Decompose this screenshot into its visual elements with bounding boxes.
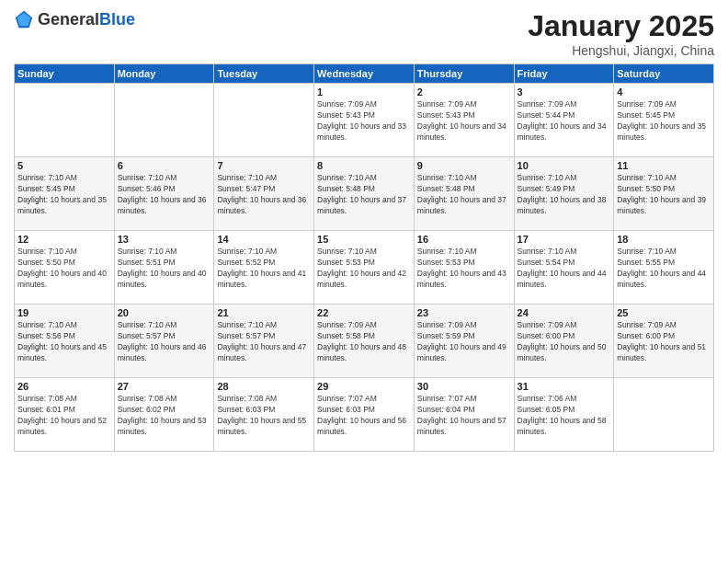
day-number: 23 <box>417 307 511 318</box>
day-info: Sunrise: 7:10 AM Sunset: 5:52 PM Dayligh… <box>217 247 311 291</box>
weekday-header: Friday <box>514 64 614 84</box>
day-number: 4 <box>617 86 711 98</box>
calendar-cell: 18Sunrise: 7:10 AM Sunset: 5:55 PM Dayli… <box>614 231 714 304</box>
page: GeneralBlue January 2025 Hengshui, Jiang… <box>0 0 728 563</box>
day-info: Sunrise: 7:10 AM Sunset: 5:56 PM Dayligh… <box>17 320 111 364</box>
calendar-week-row: 19Sunrise: 7:10 AM Sunset: 5:56 PM Dayli… <box>15 304 714 378</box>
day-number: 3 <box>518 86 611 98</box>
calendar-cell: 6Sunrise: 7:10 AM Sunset: 5:46 PM Daylig… <box>114 157 214 231</box>
day-info: Sunrise: 7:10 AM Sunset: 5:57 PM Dayligh… <box>217 320 311 364</box>
day-number: 6 <box>118 160 211 171</box>
day-number: 9 <box>417 160 511 171</box>
calendar-cell <box>114 84 214 157</box>
day-number: 28 <box>217 381 311 392</box>
weekday-header: Tuesday <box>214 64 314 84</box>
calendar-cell: 5Sunrise: 7:10 AM Sunset: 5:45 PM Daylig… <box>15 157 115 231</box>
calendar-cell: 21Sunrise: 7:10 AM Sunset: 5:57 PM Dayli… <box>214 304 314 378</box>
weekday-header: Wednesday <box>314 64 415 84</box>
calendar-title: January 2025 <box>528 9 714 43</box>
day-number: 18 <box>617 234 711 245</box>
day-info: Sunrise: 7:08 AM Sunset: 6:03 PM Dayligh… <box>217 394 311 438</box>
day-info: Sunrise: 7:10 AM Sunset: 5:54 PM Dayligh… <box>518 247 611 291</box>
weekday-header: Sunday <box>15 64 115 84</box>
weekday-header: Thursday <box>414 64 514 84</box>
weekday-header: Saturday <box>614 64 714 84</box>
day-number: 17 <box>518 234 611 245</box>
calendar-week-row: 26Sunrise: 7:08 AM Sunset: 6:01 PM Dayli… <box>15 378 714 452</box>
calendar-cell: 20Sunrise: 7:10 AM Sunset: 5:57 PM Dayli… <box>114 304 214 378</box>
day-info: Sunrise: 7:09 AM Sunset: 6:00 PM Dayligh… <box>518 320 611 364</box>
calendar-subtitle: Hengshui, Jiangxi, China <box>528 43 714 58</box>
day-info: Sunrise: 7:09 AM Sunset: 6:00 PM Dayligh… <box>617 320 711 364</box>
day-info: Sunrise: 7:10 AM Sunset: 5:47 PM Dayligh… <box>217 173 311 217</box>
calendar-cell: 4Sunrise: 7:09 AM Sunset: 5:45 PM Daylig… <box>614 84 714 157</box>
day-number: 22 <box>317 307 411 318</box>
weekday-header: Monday <box>114 64 214 84</box>
day-number: 24 <box>518 307 611 318</box>
day-info: Sunrise: 7:10 AM Sunset: 5:50 PM Dayligh… <box>617 173 711 217</box>
day-info: Sunrise: 7:09 AM Sunset: 5:44 PM Dayligh… <box>518 99 611 144</box>
day-info: Sunrise: 7:10 AM Sunset: 5:50 PM Dayligh… <box>17 247 111 291</box>
calendar-cell: 12Sunrise: 7:10 AM Sunset: 5:50 PM Dayli… <box>15 231 115 304</box>
calendar-cell: 2Sunrise: 7:09 AM Sunset: 5:43 PM Daylig… <box>414 84 514 157</box>
calendar-cell: 15Sunrise: 7:10 AM Sunset: 5:53 PM Dayli… <box>314 231 415 304</box>
calendar-cell <box>214 84 314 157</box>
day-info: Sunrise: 7:09 AM Sunset: 5:59 PM Dayligh… <box>417 320 511 364</box>
logo: GeneralBlue <box>14 9 135 29</box>
calendar-cell: 23Sunrise: 7:09 AM Sunset: 5:59 PM Dayli… <box>414 304 514 378</box>
day-number: 15 <box>317 234 411 245</box>
day-number: 5 <box>17 160 111 171</box>
calendar-week-row: 5Sunrise: 7:10 AM Sunset: 5:45 PM Daylig… <box>15 157 714 231</box>
calendar-cell: 30Sunrise: 7:07 AM Sunset: 6:04 PM Dayli… <box>414 378 514 452</box>
day-info: Sunrise: 7:10 AM Sunset: 5:57 PM Dayligh… <box>118 320 211 364</box>
logo-general: General <box>38 10 99 29</box>
day-number: 25 <box>617 307 711 318</box>
day-number: 8 <box>317 160 411 171</box>
day-info: Sunrise: 7:07 AM Sunset: 6:03 PM Dayligh… <box>317 394 411 438</box>
day-number: 10 <box>518 160 611 171</box>
day-number: 7 <box>217 160 311 171</box>
day-number: 2 <box>417 86 511 98</box>
day-info: Sunrise: 7:10 AM Sunset: 5:48 PM Dayligh… <box>417 173 511 217</box>
calendar-cell: 22Sunrise: 7:09 AM Sunset: 5:58 PM Dayli… <box>314 304 415 378</box>
day-number: 13 <box>118 234 211 245</box>
day-info: Sunrise: 7:10 AM Sunset: 5:46 PM Dayligh… <box>118 173 211 217</box>
calendar-cell: 25Sunrise: 7:09 AM Sunset: 6:00 PM Dayli… <box>614 304 714 378</box>
calendar-cell: 1Sunrise: 7:09 AM Sunset: 5:43 PM Daylig… <box>314 84 415 157</box>
calendar-cell: 17Sunrise: 7:10 AM Sunset: 5:54 PM Dayli… <box>514 231 614 304</box>
calendar-week-row: 12Sunrise: 7:10 AM Sunset: 5:50 PM Dayli… <box>15 231 714 304</box>
day-number: 27 <box>118 381 211 392</box>
logo-icon <box>14 9 34 29</box>
day-info: Sunrise: 7:10 AM Sunset: 5:51 PM Dayligh… <box>118 247 211 291</box>
day-number: 30 <box>417 381 511 392</box>
day-info: Sunrise: 7:08 AM Sunset: 6:01 PM Dayligh… <box>17 394 111 438</box>
day-info: Sunrise: 7:10 AM Sunset: 5:53 PM Dayligh… <box>317 247 411 291</box>
day-number: 21 <box>217 307 311 318</box>
calendar-cell: 11Sunrise: 7:10 AM Sunset: 5:50 PM Dayli… <box>614 157 714 231</box>
day-number: 1 <box>317 86 411 98</box>
calendar-cell: 27Sunrise: 7:08 AM Sunset: 6:02 PM Dayli… <box>114 378 214 452</box>
weekday-header-row: SundayMondayTuesdayWednesdayThursdayFrid… <box>15 64 714 84</box>
calendar-cell: 3Sunrise: 7:09 AM Sunset: 5:44 PM Daylig… <box>514 84 614 157</box>
day-info: Sunrise: 7:10 AM Sunset: 5:55 PM Dayligh… <box>617 247 711 291</box>
day-number: 20 <box>118 307 211 318</box>
day-number: 11 <box>617 160 711 171</box>
day-info: Sunrise: 7:10 AM Sunset: 5:45 PM Dayligh… <box>17 173 111 217</box>
day-number: 14 <box>217 234 311 245</box>
calendar-table: SundayMondayTuesdayWednesdayThursdayFrid… <box>14 63 714 452</box>
title-block: January 2025 Hengshui, Jiangxi, China <box>528 9 714 58</box>
logo-blue: Blue <box>99 10 135 29</box>
day-info: Sunrise: 7:08 AM Sunset: 6:02 PM Dayligh… <box>118 394 211 438</box>
calendar-cell: 28Sunrise: 7:08 AM Sunset: 6:03 PM Dayli… <box>214 378 314 452</box>
calendar-cell: 31Sunrise: 7:06 AM Sunset: 6:05 PM Dayli… <box>514 378 614 452</box>
day-number: 31 <box>518 381 611 392</box>
calendar-cell: 13Sunrise: 7:10 AM Sunset: 5:51 PM Dayli… <box>114 231 214 304</box>
day-info: Sunrise: 7:09 AM Sunset: 5:43 PM Dayligh… <box>317 99 411 144</box>
calendar-cell: 10Sunrise: 7:10 AM Sunset: 5:49 PM Dayli… <box>514 157 614 231</box>
calendar-cell: 29Sunrise: 7:07 AM Sunset: 6:03 PM Dayli… <box>314 378 415 452</box>
day-info: Sunrise: 7:06 AM Sunset: 6:05 PM Dayligh… <box>518 394 611 438</box>
calendar-cell: 14Sunrise: 7:10 AM Sunset: 5:52 PM Dayli… <box>214 231 314 304</box>
calendar-cell: 9Sunrise: 7:10 AM Sunset: 5:48 PM Daylig… <box>414 157 514 231</box>
day-info: Sunrise: 7:10 AM Sunset: 5:53 PM Dayligh… <box>417 247 511 291</box>
day-number: 12 <box>17 234 111 245</box>
